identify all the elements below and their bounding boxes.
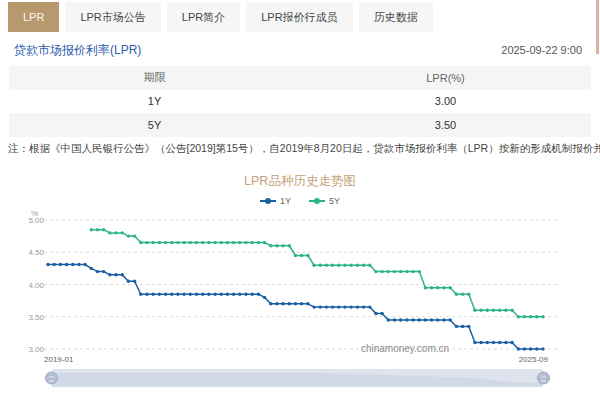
chart-point: [356, 263, 359, 266]
chart-point: [189, 292, 192, 295]
chart-point: [337, 305, 340, 308]
tab-bar: LPR LPR市场公告 LPR简介 LPR报价行成员 历史数据: [0, 0, 600, 32]
chart-point: [114, 231, 117, 234]
chart-point: [362, 305, 365, 308]
chart-point: [281, 244, 284, 247]
chart-point: [405, 318, 408, 321]
legend-item-1y[interactable]: 1Y: [260, 196, 291, 206]
chart-point: [442, 286, 445, 289]
y-tick-label: 4.00: [28, 280, 44, 289]
chart-point: [325, 263, 328, 266]
legend-item-5y[interactable]: 5Y: [309, 196, 340, 206]
chart-point: [251, 292, 254, 295]
chart-point: [90, 228, 93, 231]
chart-point: [449, 286, 452, 289]
chart-point: [436, 318, 439, 321]
slider-left-handle-icon[interactable]: [45, 371, 58, 384]
chart-point: [461, 292, 464, 295]
chart-point: [182, 292, 185, 295]
chart-point: [127, 234, 130, 237]
chart-point: [504, 340, 507, 343]
chart-point: [288, 302, 291, 305]
chart-point: [83, 262, 86, 265]
chart-point: [152, 292, 155, 295]
data-zoom-slider[interactable]: [52, 369, 543, 387]
chart-point: [461, 324, 464, 327]
chart-point: [90, 266, 93, 269]
chart-point: [269, 244, 272, 247]
chart-point: [436, 286, 439, 289]
x-tick-label-end: 2025-09: [519, 355, 549, 364]
chart-point: [176, 240, 179, 243]
tab-lpr-introduction[interactable]: LPR简介: [167, 2, 240, 32]
chart-point: [59, 262, 62, 265]
chart-point: [374, 311, 377, 314]
chart-point: [529, 347, 532, 350]
slider-right-handle-icon[interactable]: [537, 371, 550, 384]
chart-point: [71, 262, 74, 265]
chart-point: [121, 273, 124, 276]
tab-lpr[interactable]: LPR: [8, 2, 59, 32]
table-row: 1Y 3.00: [9, 90, 591, 114]
chart-point: [232, 240, 235, 243]
chart-point: [139, 240, 142, 243]
chart-point: [77, 262, 80, 265]
chart-point: [306, 253, 309, 256]
chart-point: [201, 292, 204, 295]
chart-point: [275, 302, 278, 305]
chart-point: [96, 228, 99, 231]
chart-point: [517, 347, 520, 350]
chart-point: [213, 240, 216, 243]
chart-point: [275, 244, 278, 247]
chart-point: [238, 240, 241, 243]
chart-point: [399, 318, 402, 321]
chart-point: [232, 292, 235, 295]
tab-lpr-market-announcements[interactable]: LPR市场公告: [65, 2, 160, 32]
chart-point: [374, 269, 377, 272]
chart-point: [306, 302, 309, 305]
chart-point: [479, 308, 482, 311]
legend-swatch-5y-icon: [309, 200, 325, 202]
y-axis-unit-label: %: [31, 209, 38, 218]
legend-label-5y: 5Y: [329, 196, 340, 206]
chart-point: [121, 231, 124, 234]
legend-swatch-1y-icon: [260, 200, 276, 202]
chart-point: [220, 292, 223, 295]
chart-point: [387, 269, 390, 272]
column-header-rate: LPR(%): [300, 66, 591, 90]
chart-point: [380, 269, 383, 272]
chart-point: [201, 240, 204, 243]
chart-point: [294, 253, 297, 256]
chart-point: [492, 340, 495, 343]
scrollbar-thumb[interactable]: [596, 0, 599, 54]
note-text: 注：根据《中国人民银行公告》（公告[2019]第15号），自2019年8月20日…: [8, 142, 590, 157]
tab-history-data[interactable]: 历史数据: [359, 2, 433, 32]
chart-point: [312, 305, 315, 308]
chart-point: [535, 347, 538, 350]
chart-point: [430, 318, 433, 321]
chart-point: [442, 318, 445, 321]
chart-point: [424, 318, 427, 321]
chart-point: [343, 305, 346, 308]
chart-point: [114, 273, 117, 276]
chart-point: [263, 240, 266, 243]
chart-point: [455, 292, 458, 295]
y-tick-label: 4.50: [28, 248, 44, 257]
chart-point: [189, 240, 192, 243]
chart-point: [356, 305, 359, 308]
chart-point: [102, 228, 105, 231]
chart-point: [102, 269, 105, 272]
tab-lpr-panel-members[interactable]: LPR报价行成员: [246, 2, 352, 32]
legend-label-1y: 1Y: [280, 196, 291, 206]
chart-point: [164, 240, 167, 243]
y-tick-label: 3.00: [28, 345, 44, 354]
header-row: 贷款市场报价利率(LPR) 2025-09-22 9:00: [14, 40, 582, 60]
chart-point: [244, 240, 247, 243]
chart-point: [226, 292, 229, 295]
chart-point: [510, 308, 513, 311]
table-header-row: 期限 LPR(%): [9, 66, 591, 90]
chart-point: [411, 269, 414, 272]
chart-point: [418, 318, 421, 321]
lpr-history-chart[interactable]: 3.003.504.004.505.00%2019-012025-09china…: [0, 207, 600, 367]
chart-point: [498, 340, 501, 343]
